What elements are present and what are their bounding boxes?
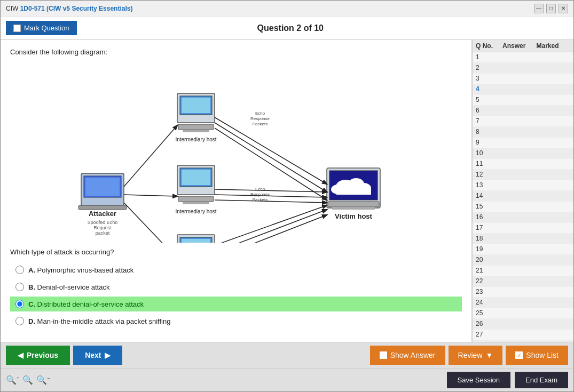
sidebar-row-answer: [502, 64, 537, 72]
sidebar-row-marked: [537, 117, 571, 125]
sidebar-row[interactable]: 7: [473, 116, 573, 127]
title-bold: 1D0-571: [20, 5, 45, 12]
svg-text:Packets: Packets: [253, 122, 268, 126]
option-a[interactable]: A. Polymorphic virus-based attack: [10, 262, 462, 277]
sidebar-row[interactable]: 9: [473, 138, 573, 148]
sidebar-row[interactable]: 18: [473, 234, 573, 244]
sidebar-row-marked: [537, 267, 571, 275]
show-answer-label: Show Answer: [390, 351, 436, 359]
show-answer-button[interactable]: Show Answer: [370, 346, 445, 365]
sidebar-row[interactable]: 24: [473, 298, 573, 308]
sidebar-row[interactable]: 21: [473, 266, 573, 276]
sidebar-row-marked: [537, 149, 571, 157]
next-button[interactable]: Next ▶: [73, 346, 122, 365]
sidebar-row-num: 23: [476, 288, 502, 296]
sidebar-row[interactable]: 12: [473, 170, 573, 180]
show-list-button[interactable]: ✓ Show List: [506, 346, 568, 365]
sidebar-row[interactable]: 2: [473, 63, 573, 74]
sidebar-row[interactable]: 23: [473, 287, 573, 298]
sidebar-row[interactable]: 17: [473, 223, 573, 234]
question-intro: Consider the following diagram:: [10, 48, 462, 56]
toolbar: ✓ Mark Question Question 2 of 10: [1, 17, 573, 40]
sidebar-row[interactable]: 27: [473, 330, 573, 340]
sidebar-row-marked: [537, 85, 571, 93]
option-c-text: C. Distributed denial-of-service attack: [28, 300, 144, 308]
svg-text:Spoofed Echo: Spoofed Echo: [88, 220, 118, 225]
review-label: Review: [458, 351, 483, 359]
svg-text:Attacker: Attacker: [89, 210, 116, 218]
option-a-radio[interactable]: [15, 266, 24, 274]
sidebar-row[interactable]: 6: [473, 106, 573, 116]
sidebar-row-marked: [537, 224, 571, 232]
maximize-button[interactable]: □: [546, 4, 556, 13]
sidebar-row-num: 19: [476, 245, 502, 253]
sidebar-row-marked: [537, 320, 571, 328]
sidebar-row-marked: [537, 139, 571, 147]
sidebar-row-marked: [537, 96, 571, 104]
diagram-container: Attacker Spoofed Echo Request packet Int…: [10, 61, 462, 243]
sidebar-row[interactable]: 11: [473, 159, 573, 170]
end-exam-button[interactable]: End Exam: [515, 372, 568, 388]
sidebar-row-marked: [537, 160, 571, 168]
sidebar-row-num: 16: [476, 213, 502, 221]
option-d-radio[interactable]: [15, 317, 24, 325]
sidebar-row-answer: [502, 288, 537, 296]
sidebar-row[interactable]: 16: [473, 212, 573, 223]
question-title: Question 2 of 10: [77, 23, 504, 33]
sidebar-row-answer: [502, 299, 537, 307]
sidebar-row[interactable]: 19: [473, 244, 573, 255]
sidebar-row-answer: [502, 235, 537, 243]
sidebar-row-num: 1: [476, 53, 502, 61]
minimize-button[interactable]: —: [534, 4, 544, 13]
sidebar-row[interactable]: 13: [473, 180, 573, 191]
sidebar-row[interactable]: 14: [473, 191, 573, 202]
sidebar-row[interactable]: 26: [473, 319, 573, 330]
sidebar-row-num: 26: [476, 320, 502, 328]
show-answer-checkbox-icon: [380, 351, 387, 359]
svg-rect-22: [182, 239, 210, 243]
svg-rect-12: [183, 130, 209, 132]
sidebar-row-num: 18: [476, 235, 502, 243]
mark-checkbox-icon: ✓: [13, 25, 21, 32]
sidebar-row-answer: [502, 139, 537, 147]
sidebar-row[interactable]: 1: [473, 52, 573, 63]
sidebar-row[interactable]: 3: [473, 74, 573, 84]
zoom-out-button[interactable]: 🔍−: [36, 375, 50, 385]
review-button[interactable]: Review ▼: [449, 346, 503, 365]
sidebar-row-num: 27: [476, 331, 502, 339]
svg-line-48: [215, 117, 327, 184]
zoom-reset-button[interactable]: 🔍: [22, 375, 33, 385]
sidebar-row[interactable]: 5: [473, 95, 573, 106]
sidebar-row[interactable]: 22: [473, 276, 573, 287]
sidebar-row[interactable]: 20: [473, 255, 573, 266]
sidebar-row[interactable]: 15: [473, 202, 573, 212]
option-d[interactable]: D. Man-in-the-middle attack via packet s…: [10, 314, 462, 329]
sidebar-list[interactable]: 1234567891011121314151617181920212223242…: [473, 52, 573, 342]
sidebar-row-num: 4: [476, 85, 502, 93]
option-b-radio[interactable]: [15, 283, 24, 291]
option-c[interactable]: C. Distributed denial-of-service attack: [10, 297, 462, 311]
option-b-text: B. Denial-of-service attack: [28, 283, 109, 291]
sidebar-row-num: 22: [476, 277, 502, 285]
zoom-in-button[interactable]: 🔍+: [6, 375, 19, 385]
option-b[interactable]: B. Denial-of-service attack: [10, 279, 462, 294]
sidebar-row[interactable]: 10: [473, 148, 573, 159]
save-session-button[interactable]: Save Session: [447, 372, 511, 388]
sidebar-row[interactable]: 8: [473, 127, 573, 138]
svg-line-36: [124, 125, 177, 187]
sidebar-row-num: 8: [476, 128, 502, 136]
sidebar-row[interactable]: 4: [473, 84, 573, 95]
option-c-radio[interactable]: [15, 300, 24, 308]
svg-line-55: [215, 210, 327, 243]
main-window: CIW 1D0-571 (CIW v5 Security Essentials)…: [0, 0, 574, 392]
sidebar-row-answer: [502, 149, 537, 157]
sidebar-row-num: 21: [476, 267, 502, 275]
mark-question-button[interactable]: ✓ Mark Question: [6, 21, 77, 35]
svg-rect-33: [328, 202, 379, 207]
previous-button[interactable]: ◀ Previous: [6, 346, 70, 365]
sidebar-row-answer: [502, 117, 537, 125]
sidebar-row[interactable]: 25: [473, 308, 573, 319]
svg-text:Intermediary host: Intermediary host: [175, 209, 216, 214]
close-button[interactable]: ✕: [559, 4, 568, 13]
prev-arrow-icon: ◀: [18, 351, 23, 359]
